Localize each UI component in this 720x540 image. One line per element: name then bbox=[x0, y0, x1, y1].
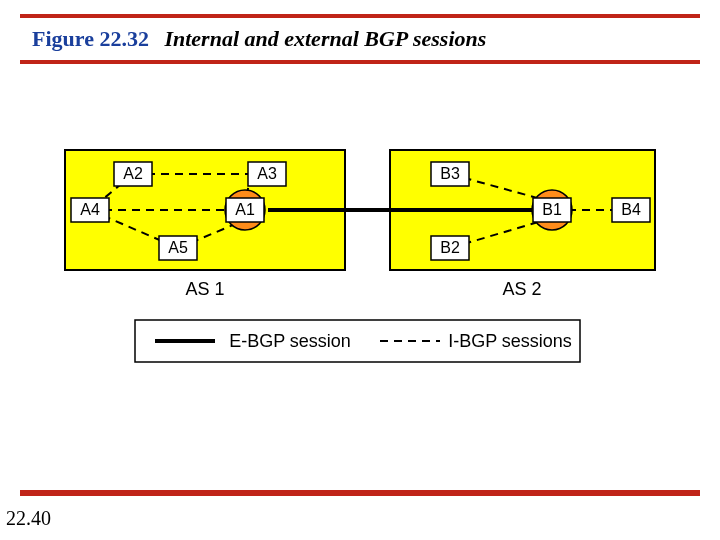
legend-ebgp-label: E-BGP session bbox=[229, 331, 351, 351]
node-a3-label: A3 bbox=[257, 165, 277, 182]
node-b2-label: B2 bbox=[440, 239, 460, 256]
as2-label: AS 2 bbox=[502, 279, 541, 299]
diagram-svg: A1 A2 A3 A4 A5 B1 B3 B2 B4 AS 1 AS 2 bbox=[60, 140, 660, 400]
node-a1-label: A1 bbox=[235, 201, 255, 218]
figure-header: Figure 22.32 Internal and external BGP s… bbox=[32, 26, 486, 52]
as1-label: AS 1 bbox=[185, 279, 224, 299]
bgp-diagram: A1 A2 A3 A4 A5 B1 B3 B2 B4 AS 1 AS 2 bbox=[60, 140, 660, 400]
node-b4-label: B4 bbox=[621, 201, 641, 218]
node-a5-label: A5 bbox=[168, 239, 188, 256]
rule-top bbox=[20, 14, 700, 18]
page-number: 22.40 bbox=[6, 507, 51, 530]
page: Figure 22.32 Internal and external BGP s… bbox=[0, 0, 720, 540]
rule-under-title bbox=[20, 60, 700, 64]
node-b3-label: B3 bbox=[440, 165, 460, 182]
figure-label: Figure 22.32 bbox=[32, 26, 149, 51]
legend-ibgp-label: I-BGP sessions bbox=[448, 331, 572, 351]
node-a2-label: A2 bbox=[123, 165, 143, 182]
rule-bottom bbox=[20, 490, 700, 496]
node-b1-label: B1 bbox=[542, 201, 562, 218]
figure-caption: Internal and external BGP sessions bbox=[164, 26, 486, 51]
node-a4-label: A4 bbox=[80, 201, 100, 218]
